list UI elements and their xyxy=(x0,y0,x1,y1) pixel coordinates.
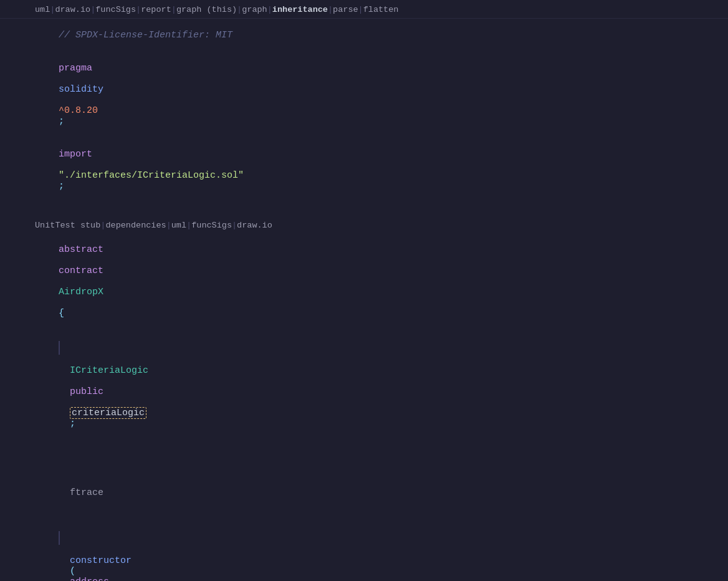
criteria-logic-var-boxed: criteriaLogic xyxy=(70,407,146,419)
open-brace: { xyxy=(59,308,64,319)
subnav-unittest[interactable]: UnitTest stub xyxy=(35,221,100,230)
subnav-uml[interactable]: uml xyxy=(171,221,186,230)
subnav-dependencies[interactable]: dependencies xyxy=(105,221,166,230)
icriterialogic-type: ICriteriaLogic xyxy=(70,365,148,376)
code-line-2: pragma solidity ^0.8.20 ; xyxy=(0,52,728,138)
pragma-keyword: pragma xyxy=(59,63,92,74)
nav-funcsigs[interactable]: funcSigs xyxy=(95,5,136,14)
code-line-1: // SPDX-License-Identifier: MIT xyxy=(0,19,728,52)
nav-graph-this[interactable]: graph (this) xyxy=(176,5,237,14)
address-keyword1: address xyxy=(70,577,109,581)
subnav-funcsigs[interactable]: funcSigs xyxy=(191,221,232,230)
nav-inheritance[interactable]: inheritance xyxy=(272,5,328,14)
contract-keyword: contract xyxy=(59,266,103,276)
code-line-constructor: constructor ( address _criteriaLogic↑ ) … xyxy=(0,520,728,581)
contract-name: AirdropX xyxy=(59,287,103,297)
constructor-keyword: constructor xyxy=(70,555,132,566)
nav-drawio[interactable]: draw.io xyxy=(55,5,90,14)
code-line-state-var: ICriteriaLogic public criteriaLogic ; xyxy=(0,330,728,451)
code-line-empty2 xyxy=(0,451,728,466)
subnav-drawio[interactable]: draw.io xyxy=(237,221,272,230)
abstract-keyword: abstract xyxy=(59,244,103,255)
import-path: "./interfaces/ICriteriaLogic.sol" xyxy=(59,170,244,181)
ftrace1-link[interactable]: ftrace xyxy=(70,487,103,498)
code-line-ftrace1: ftrace xyxy=(0,466,728,520)
code-editor: uml | draw.io | funcSigs | report | grap… xyxy=(0,0,728,581)
nav-graph[interactable]: graph xyxy=(242,5,267,14)
nav-uml[interactable]: uml xyxy=(35,5,50,14)
nav-parse[interactable]: parse xyxy=(333,5,358,14)
license-comment: // SPDX-License-Identifier: MIT xyxy=(59,30,232,41)
import-keyword: import xyxy=(59,149,92,160)
pragma-version: ^0.8.20 xyxy=(59,105,98,116)
solidity-keyword: solidity xyxy=(59,84,103,95)
code-line-contract: abstract contract AirdropX { xyxy=(0,233,728,330)
public-keyword: public xyxy=(70,387,103,397)
sub-nav-bar[interactable]: UnitTest stub | dependencies | uml | fun… xyxy=(0,218,728,233)
nav-report[interactable]: report xyxy=(141,5,171,14)
code-line-empty1 xyxy=(0,203,728,218)
nav-bar[interactable]: uml | draw.io | funcSigs | report | grap… xyxy=(0,0,728,19)
code-line-3: import "./interfaces/ICriteriaLogic.sol"… xyxy=(0,138,728,203)
nav-flatten[interactable]: flatten xyxy=(363,5,399,14)
